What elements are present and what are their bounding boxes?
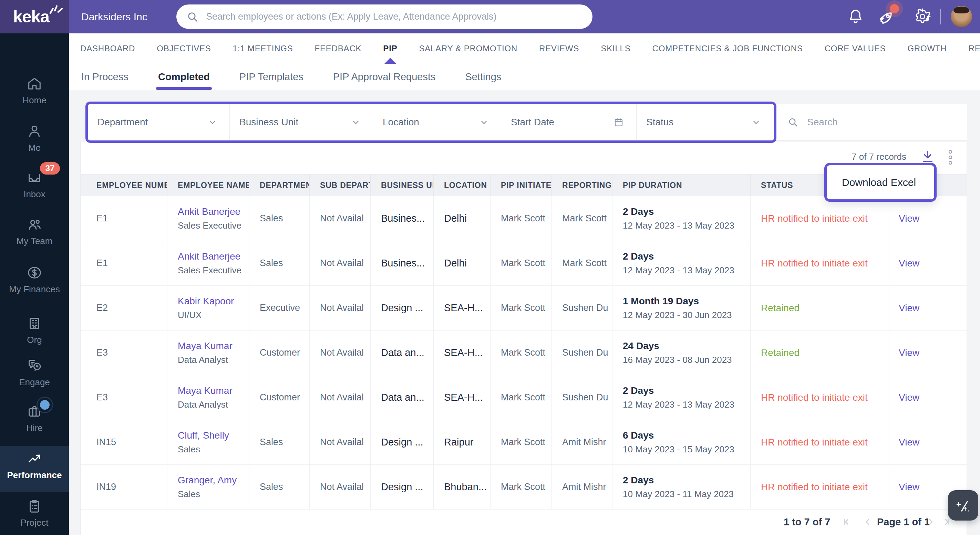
sidebar-item-inbox[interactable]: 37 Inbox [0,170,69,212]
filter-business-unit[interactable]: Business Unit [230,104,373,140]
employee-number: E1 [97,258,167,268]
status-text: Retained [761,303,888,314]
settings-gear-icon[interactable] [914,8,931,25]
employee-role: Data Analyst [178,355,249,365]
performance-trend-icon [27,451,42,467]
sidebar-item-my-finances[interactable]: My Finances [0,265,69,307]
view-link[interactable]: View [899,258,967,269]
chevron-down-icon [479,118,488,127]
chevron-down-icon [752,118,760,127]
employee-name-link[interactable]: Cluff, Shelly [178,430,249,441]
view-link[interactable]: View [899,392,967,403]
employee-name-link[interactable]: Granger, Amy [178,475,249,486]
magic-wand-fab[interactable] [948,490,978,521]
sidebar-item-hire[interactable]: Hire [0,403,69,446]
nav-tab-dashboard[interactable]: DASHBOARD [80,33,135,64]
pip-date-range: 16 May 2023 - 08 Jun 2023 [623,355,750,365]
subtab-settings[interactable]: Settings [465,64,501,90]
nav-tab-reports[interactable]: REPORTS [969,33,980,64]
magic-wand-icon [953,496,973,515]
more-options-kebab-icon[interactable] [948,149,953,166]
employee-name-link[interactable]: Ankit Banerjee [178,251,249,262]
filter-start-date[interactable]: Start Date [501,104,636,140]
view-link[interactable]: View [899,303,967,314]
sidebar-item-performance[interactable]: Performance [0,446,69,492]
home-icon [27,76,42,92]
nav-tab-feedback[interactable]: FEEDBACK [315,33,362,64]
table-row: E2 Kabir Kapoor UI/UX Executive Not Avai… [81,286,967,330]
employee-name-link[interactable]: Ankit Banerjee [178,206,249,217]
employee-role: Sales Executive [178,220,249,231]
pagination-prev-icon[interactable] [863,517,873,527]
table-row: IN19 Granger, Amy Sales Sales Not Availa… [81,465,967,510]
global-search[interactable] [177,5,592,29]
column-header[interactable]: DEPARTMENT [250,175,310,196]
subtab-pip-approval-requests[interactable]: PIP Approval Requests [333,64,436,90]
pip-duration: 2 Days [623,385,750,396]
nav-tab-objectives[interactable]: OBJECTIVES [157,33,211,64]
view-link[interactable]: View [899,213,967,224]
download-excel-menu-item[interactable]: Download Excel [824,163,937,202]
sidebar-item-org[interactable]: Org [0,315,69,357]
sidebar-item-engage[interactable]: Engage [0,358,69,400]
column-header[interactable]: BUSINESS UNI [371,175,434,196]
pip-date-range: 10 May 2023 - 11 May 2023 [623,489,750,500]
nav-tab-pip[interactable]: PIP [383,33,397,64]
nav-tab-skills[interactable]: SKILLS [601,33,630,64]
sidebar-item-project[interactable]: Project [0,498,69,535]
employee-number: E3 [97,348,167,358]
whats-new-rocket-icon[interactable] [877,8,895,25]
column-header[interactable]: EMPLOYEE NUMBER [81,175,167,196]
employee-name-link[interactable]: Maya Kumar [178,385,249,396]
pip-duration: 24 Days [623,340,750,351]
employee-name-link[interactable]: Kabir Kapoor [178,296,249,307]
download-icon[interactable] [920,148,935,165]
global-search-input[interactable] [205,11,579,22]
sidebar-item-me[interactable]: Me [0,123,69,165]
column-header[interactable]: EMPLOYEE NAME [167,175,250,196]
chevron-down-icon [208,118,217,127]
finances-dollar-icon [27,265,42,281]
sidebar-item-my-team[interactable]: My Team [0,217,69,259]
column-header[interactable]: PIP DURATION [612,175,751,196]
pip-date-range: 12 May 2023 - 13 May 2023 [623,220,750,231]
status-text: HR notified to initiate exit [761,437,888,448]
filter-status[interactable]: Status [636,104,773,140]
nav-tab-competencies[interactable]: COMPETENCIES & JOB FUNCTIONS [652,33,803,64]
subtab-completed[interactable]: Completed [158,64,210,90]
employee-number: E2 [97,303,167,313]
nav-tab-core-values[interactable]: CORE VALUES [825,33,886,64]
nav-tab-salary-promotion[interactable]: SALARY & PROMOTION [419,33,517,64]
subtab-pip-templates[interactable]: PIP Templates [239,64,304,90]
column-header[interactable]: SUB DEPARTM [310,175,371,196]
user-avatar[interactable] [951,6,972,27]
pagination-next-icon[interactable] [926,517,935,527]
sidebar-item-home[interactable]: Home [0,76,69,118]
topbar: keka Darksiders Inc [0,0,980,33]
filter-department[interactable]: Department [88,104,230,140]
column-header[interactable]: PIP INITIATED [490,175,552,196]
view-link[interactable]: View [899,348,967,359]
pip-duration: 2 Days [623,475,750,486]
keka-logo[interactable]: keka [0,0,69,33]
app: keka Darksiders Inc [0,0,980,535]
pagination-first-icon[interactable] [842,517,851,527]
topbar-divider [940,9,941,24]
table-row: E3 Maya Kumar Data Analyst Customer Not … [81,375,967,420]
table-search[interactable] [773,104,967,140]
employee-role: UI/UX [178,310,249,321]
nav-tab-growth[interactable]: GROWTH [907,33,947,64]
subtab-in-process[interactable]: In Process [81,64,129,90]
nav-tab-1-1-meetings[interactable]: 1:1 MEETINGS [233,33,293,64]
filter-location[interactable]: Location [373,104,501,140]
column-header[interactable]: REPORTING M. [552,175,612,196]
employee-name-link[interactable]: Maya Kumar [178,340,249,351]
pip-date-range: 12 May 2023 - 13 May 2023 [623,265,750,276]
nav-tab-reviews[interactable]: REVIEWS [539,33,579,64]
table-search-input[interactable] [807,116,939,128]
notifications-bell-icon[interactable] [847,8,864,25]
column-header[interactable]: LOCATION [434,175,490,196]
employee-number: E1 [97,213,167,224]
view-link[interactable]: View [899,437,967,448]
search-icon [788,117,798,127]
